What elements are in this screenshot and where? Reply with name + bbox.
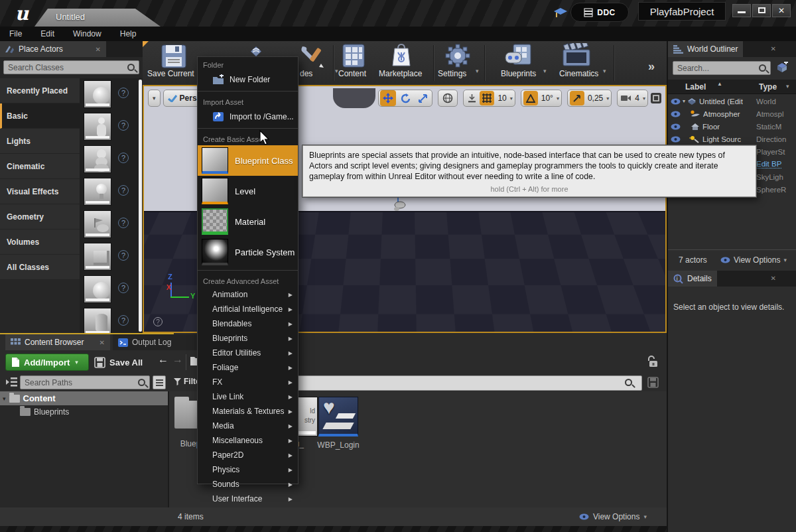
menu-item-materials-textures[interactable]: Materials & Textures▶ (198, 404, 298, 419)
menu-item-paper2d[interactable]: Paper2D▶ (198, 448, 298, 462)
move-tool-button[interactable] (380, 90, 396, 106)
menu-edit[interactable]: Edit (31, 27, 64, 41)
scale-snap-toggle[interactable] (570, 91, 584, 105)
column-label[interactable]: Label (685, 82, 706, 92)
tree-item-content[interactable]: ▾ Content (0, 391, 168, 405)
camera-speed-value[interactable]: 4 (633, 94, 641, 103)
forward-button[interactable]: → (172, 354, 183, 366)
menu-item-editor-utilities[interactable]: Editor Utilities▶ (198, 346, 298, 360)
rotation-snap-toggle[interactable] (523, 91, 538, 105)
tree-item-blueprints[interactable]: Blueprints (0, 405, 168, 419)
actor-thumb-empty-pawn[interactable]: ? (80, 143, 143, 176)
modes-label-fragment[interactable]: des (300, 69, 312, 78)
outliner-row-light-source[interactable]: Light SourcDirection (668, 133, 796, 145)
menu-window[interactable]: Window (64, 27, 111, 41)
save-filter-icon[interactable] (647, 377, 659, 388)
help-icon[interactable]: ? (118, 88, 129, 98)
outliner-search-box[interactable] (673, 61, 771, 75)
blueprints-button[interactable]: Blueprints (501, 69, 536, 78)
world-local-toggle[interactable] (438, 90, 458, 107)
outliner-row-world[interactable]: ▾ Untitled (EditWorld (668, 95, 796, 107)
type-filter-caret-icon[interactable]: ▾ (786, 83, 789, 90)
visibility-eye-icon[interactable] (671, 123, 681, 130)
menu-item-level[interactable]: Level (198, 176, 298, 206)
rotation-snap-value[interactable]: 10° (540, 94, 555, 103)
menu-item-foliage[interactable]: Foliage▶ (198, 360, 298, 375)
surface-snap-button[interactable] (466, 92, 478, 104)
cinematics-button[interactable]: Cinematics (559, 69, 598, 78)
tutorial-cap-icon[interactable] (553, 7, 568, 20)
filters-button[interactable]: Filte (174, 377, 200, 386)
visibility-eye-icon[interactable] (671, 136, 681, 143)
help-icon[interactable]: ? (118, 250, 129, 261)
viewport-options-button[interactable]: ▾ (148, 90, 161, 107)
actor-thumb-cylinder[interactable]: ? (80, 306, 143, 333)
actor-thumb-player-start[interactable]: ? (80, 208, 143, 241)
document-tab[interactable]: Untitled (34, 9, 161, 27)
path-view-list-button[interactable] (153, 375, 166, 389)
visibility-eye-icon[interactable] (671, 111, 681, 117)
help-icon[interactable]: ? (118, 120, 129, 131)
scale-snap-caret-icon[interactable]: ▾ (606, 96, 609, 101)
asset-wbp-login[interactable]: ♥ (318, 397, 358, 436)
place-actors-close-icon[interactable]: ✕ (96, 46, 101, 53)
menu-item-artificial-intelligence[interactable]: Artificial Intelligence▶ (198, 302, 298, 316)
menu-item-animation[interactable]: Animation▶ (198, 287, 298, 302)
category-lights[interactable]: Lights (0, 129, 80, 154)
edit-bp-link[interactable]: Edit BP (756, 160, 781, 168)
maximize-viewport-button[interactable] (651, 93, 661, 103)
menu-item-particle-system[interactable]: Particle System (198, 237, 298, 267)
settings-caret-icon[interactable]: ▾ (476, 68, 479, 74)
back-button[interactable]: ← (158, 354, 168, 366)
source-control-icon[interactable] (241, 44, 271, 58)
close-button[interactable]: ✕ (772, 4, 791, 17)
cinematics-caret-icon[interactable]: ▾ (603, 68, 606, 74)
sources-toggle-icon[interactable] (5, 377, 17, 387)
category-visual-effects[interactable]: Visual Effects (0, 179, 80, 204)
add-import-button[interactable]: Add/Import ▾ (5, 354, 89, 371)
category-cinematic[interactable]: Cinematic (0, 154, 80, 179)
cb-view-options-button[interactable]: View Options ▾ (579, 512, 647, 521)
settings-button[interactable]: Settings (438, 69, 466, 78)
menu-item-new-folder[interactable]: New Folder (198, 71, 298, 88)
menu-item-blueprint-class[interactable]: Blueprint Class (198, 145, 298, 176)
grid-snap-toggle[interactable] (480, 91, 494, 105)
modes-caret-icon[interactable]: ▾ (335, 68, 338, 74)
outliner-row-atmosphere[interactable]: AtmospherAtmospl (668, 107, 796, 120)
outliner-search-input[interactable] (673, 64, 759, 73)
menu-help[interactable]: Help (111, 27, 146, 41)
lock-icon[interactable] (647, 355, 659, 368)
grid-snap-value[interactable]: 10 (496, 94, 507, 103)
rotate-tool-button[interactable] (397, 90, 413, 106)
save-all-button[interactable]: Save All (94, 354, 143, 371)
menu-item-material[interactable]: Material (198, 206, 298, 237)
actor-thumb-point-light[interactable]: ? (80, 176, 143, 208)
category-geometry[interactable]: Geometry (0, 204, 80, 230)
modes-icon[interactable] (297, 42, 329, 70)
search-paths-box[interactable] (20, 375, 150, 389)
menu-item-fx[interactable]: FX▶ (198, 375, 298, 389)
menu-item-physics[interactable]: Physics▶ (198, 462, 298, 477)
ddc-button[interactable]: DDC (570, 3, 629, 22)
expand-caret-icon[interactable]: ▾ (683, 98, 685, 104)
place-actors-scrollbar[interactable] (139, 80, 142, 332)
world-outliner-close-icon[interactable]: ✕ (771, 45, 776, 52)
content-browser-close-icon[interactable]: ✕ (100, 339, 105, 346)
search-classes-input[interactable] (4, 63, 127, 72)
actor-thumb-empty-actor[interactable]: ? (80, 78, 143, 111)
menu-item-live-link[interactable]: Live Link▶ (198, 389, 298, 404)
maximize-button[interactable] (752, 4, 771, 17)
menu-item-miscellaneous[interactable]: Miscellaneous▶ (198, 433, 298, 448)
column-type[interactable]: Type (759, 82, 777, 92)
camera-speed-icon[interactable] (620, 92, 631, 104)
world-outliner-tab[interactable]: World Outliner (668, 41, 743, 57)
actor-thumb-empty-character[interactable]: ? (80, 111, 143, 143)
rotation-snap-caret-icon[interactable]: ▾ (557, 96, 559, 101)
category-recently-placed[interactable]: Recently Placed (0, 78, 80, 103)
minimize-button[interactable] (732, 4, 751, 17)
search-classes-box[interactable] (3, 60, 139, 74)
menu-item-import[interactable]: Import to /Game... (198, 108, 298, 125)
category-basic[interactable]: Basic (0, 103, 80, 129)
marketplace-button[interactable]: Marketplace (379, 69, 422, 78)
actor-thumb-cube[interactable]: ? (80, 241, 143, 273)
